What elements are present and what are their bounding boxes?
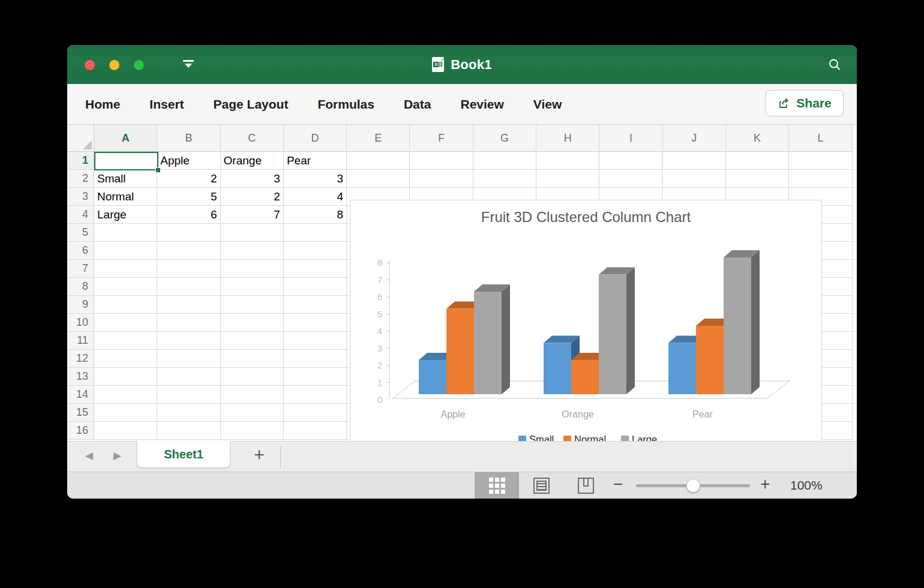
cell-D7[interactable] [284,260,347,278]
cell-D14[interactable] [284,386,347,404]
row-header-11[interactable]: 11 [67,332,94,350]
cell-D10[interactable] [284,314,347,332]
column-header-c[interactable]: C [221,125,284,152]
page-layout-view-button[interactable] [519,472,563,499]
row-header-2[interactable]: 2 [67,170,94,188]
cell-C7[interactable] [221,260,284,278]
cell-A3[interactable]: Normal [94,188,157,206]
column-header-a[interactable]: A [94,125,157,152]
cell-B15[interactable] [157,404,220,422]
cell-A9[interactable] [94,296,157,314]
cell-C9[interactable] [221,296,284,314]
cell-D12[interactable] [284,350,347,368]
search-icon[interactable] [828,58,841,71]
cell-D8[interactable] [284,278,347,296]
cell-A10[interactable] [94,314,157,332]
cell-L2[interactable] [789,170,852,188]
zoom-out-button[interactable]: − [613,475,623,494]
cell-B10[interactable] [157,314,220,332]
cell-C10[interactable] [221,314,284,332]
tab-home[interactable]: Home [85,97,120,112]
row-header-13[interactable]: 13 [67,368,94,386]
cell-D15[interactable] [284,404,347,422]
cell-B4[interactable]: 6 [157,206,220,224]
row-header-8[interactable]: 8 [67,278,94,296]
column-header-l[interactable]: L [789,125,852,152]
row-header-15[interactable]: 15 [67,404,94,422]
tab-insert[interactable]: Insert [149,97,184,112]
cell-C16[interactable] [221,422,284,440]
next-sheet-icon[interactable]: ▶ [113,449,121,462]
cell-C6[interactable] [221,242,284,260]
cell-C2[interactable]: 3 [221,170,284,188]
column-header-f[interactable]: F [410,125,473,152]
cell-D9[interactable] [284,296,347,314]
cell-C14[interactable] [221,386,284,404]
zoom-slider-thumb[interactable] [686,479,700,493]
cell-C4[interactable]: 7 [221,206,284,224]
cell-K1[interactable] [726,152,789,170]
cell-H1[interactable] [536,152,599,170]
select-all-corner[interactable] [67,125,94,152]
cell-A13[interactable] [94,368,157,386]
row-header-12[interactable]: 12 [67,350,94,368]
cell-H2[interactable] [536,170,599,188]
cell-E1[interactable] [347,152,410,170]
cell-G1[interactable] [473,152,536,170]
tab-data[interactable]: Data [404,97,431,112]
cell-C13[interactable] [221,368,284,386]
cell-I2[interactable] [599,170,662,188]
row-header-10[interactable]: 10 [67,314,94,332]
cell-D6[interactable] [284,242,347,260]
cell-J1[interactable] [663,152,726,170]
cell-B2[interactable]: 2 [157,170,220,188]
tab-formulas[interactable]: Formulas [317,97,374,112]
cell-B3[interactable]: 5 [157,188,220,206]
row-header-14[interactable]: 14 [67,386,94,404]
cell-A15[interactable] [94,404,157,422]
cell-A1[interactable] [94,152,157,170]
cell-A2[interactable]: Small [94,170,157,188]
row-header-3[interactable]: 3 [67,188,94,206]
cell-C5[interactable] [221,224,284,242]
cell-A6[interactable] [94,242,157,260]
zoom-slider[interactable] [636,484,750,487]
add-sheet-button[interactable]: + [247,443,271,467]
cell-C11[interactable] [221,332,284,350]
zoom-window-button[interactable] [134,60,144,70]
cell-F2[interactable] [410,170,473,188]
cell-C1[interactable]: Orange [221,152,284,170]
close-button[interactable] [85,60,95,70]
tab-view[interactable]: View [533,97,562,112]
cell-A5[interactable] [94,224,157,242]
cell-D13[interactable] [284,368,347,386]
cell-D4[interactable]: 8 [284,206,347,224]
cell-B16[interactable] [157,422,220,440]
row-header-1[interactable]: 1 [67,152,94,170]
cell-D11[interactable] [284,332,347,350]
cell-B13[interactable] [157,368,220,386]
cell-B11[interactable] [157,332,220,350]
share-button[interactable]: Share [766,90,844,116]
cell-A12[interactable] [94,350,157,368]
row-header-16[interactable]: 16 [67,422,94,440]
cell-B1[interactable]: Apple [157,152,220,170]
column-header-d[interactable]: D [284,125,347,152]
chart-object[interactable]: 012345678AppleOrangePearSmallNormalLarge… [350,200,822,441]
cell-B7[interactable] [157,260,220,278]
normal-view-button[interactable] [475,472,519,499]
cell-D1[interactable]: Pear [284,152,347,170]
tab-review[interactable]: Review [460,97,503,112]
zoom-in-button[interactable]: + [760,475,770,494]
cell-C15[interactable] [221,404,284,422]
row-header-7[interactable]: 7 [67,260,94,278]
cell-A4[interactable]: Large [94,206,157,224]
cell-K2[interactable] [726,170,789,188]
cell-G2[interactable] [473,170,536,188]
cell-L1[interactable] [789,152,852,170]
column-header-h[interactable]: H [536,125,599,152]
cell-A7[interactable] [94,260,157,278]
column-header-g[interactable]: G [473,125,536,152]
cell-C8[interactable] [221,278,284,296]
prev-sheet-icon[interactable]: ◀ [85,449,93,462]
